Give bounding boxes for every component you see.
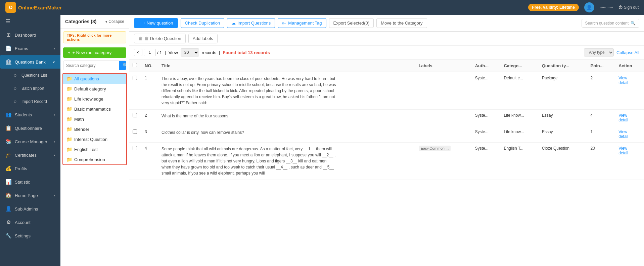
course-icon: 📚 <box>5 139 11 145</box>
row3-no: 3 <box>141 126 158 143</box>
row4-points: 20 <box>587 143 615 180</box>
row4-title: Some people think that all wild animals … <box>158 143 415 180</box>
free-badge: Free, Validity: Lifetime <box>528 4 579 11</box>
management-tag-button[interactable]: 🏷 Management Tag <box>278 18 326 28</box>
row2-title: What is the name of the four seasons <box>158 110 415 126</box>
cat-item-math[interactable]: 📁 Math <box>63 114 126 124</box>
sidebar-item-settings[interactable]: 🔧 Settings <box>0 229 60 242</box>
sidebar-item-questionnaire[interactable]: 📋 Questionnaire <box>0 121 60 135</box>
sidebar-label-questionnaire: Questionnaire <box>15 126 42 131</box>
sidebar-item-profits[interactable]: 💰 Profits <box>0 162 60 175</box>
collapse-all-button[interactable]: Collapse All <box>616 50 639 55</box>
sub-admins-icon: 👤 <box>5 206 11 212</box>
cat-item-interest[interactable]: 📁 Interest Question <box>63 134 126 144</box>
category-search: 🔍 <box>63 61 126 70</box>
move-to-category-label: Move to the Category <box>381 21 422 26</box>
row4-view-detail-button[interactable]: Viewdetail <box>618 146 628 155</box>
row4-title-text: Some people think that all wild animals … <box>162 146 336 176</box>
category-search-input[interactable] <box>63 62 119 70</box>
table-row: 1 There is a boy, over the years has bee… <box>129 72 644 110</box>
navbar-right: Free, Validity: Lifetime 👤 ············ … <box>528 2 639 12</box>
sidebar-item-exams[interactable]: 📄 Exams › <box>0 42 60 55</box>
folder-icon-basic-math: 📁 <box>66 106 72 112</box>
select-all-checkbox[interactable] <box>133 63 137 67</box>
plus-icon-btn: + <box>139 21 141 26</box>
cat-item-english[interactable]: 📁 English Test <box>63 144 126 154</box>
check-dup-label: Check Duplication <box>185 21 220 26</box>
brand-name: OnlineExamMaker <box>18 5 62 10</box>
sidebar-label-exams: Exams <box>15 46 28 51</box>
sidebar-item-course-manager[interactable]: 📚 Course Manager › <box>0 135 60 148</box>
new-question-button[interactable]: + + New question <box>134 18 178 28</box>
separator1: | <box>165 50 166 55</box>
tag-icon: 🏷 <box>282 21 286 26</box>
cat-item-blender[interactable]: 📁 Blender <box>63 124 126 134</box>
row3-view-detail-button[interactable]: Viewdetail <box>618 129 628 139</box>
import-questions-button[interactable]: ☁ Import Questions <box>227 18 275 28</box>
view-select[interactable]: 30 50 100 <box>181 48 199 56</box>
row4-checkbox[interactable] <box>133 146 137 150</box>
delete-question-button[interactable]: 🗑 🗑 Delete Question <box>134 34 186 43</box>
row3-checkbox[interactable] <box>133 129 137 134</box>
new-root-category-button[interactable]: + + New root category <box>63 47 126 58</box>
row1-view-detail-button[interactable]: Viewdetail <box>618 76 628 85</box>
sidebar-item-dashboard[interactable]: ⊞ Dashboard <box>0 28 60 42</box>
cat-item-comprehension[interactable]: 📁 Comprehension <box>63 154 126 164</box>
row2-checkbox[interactable] <box>133 113 137 117</box>
sign-out-button[interactable]: ⏻ Sign out <box>618 5 639 10</box>
sidebar-item-sub-admins[interactable]: 👤 Sub Admins <box>0 202 60 216</box>
search-content-bar[interactable]: Search question content 🔍 <box>582 19 639 28</box>
search-placeholder-text: Search question content <box>585 21 629 26</box>
cat-item-default[interactable]: 📁 Default category <box>63 84 126 94</box>
category-search-button[interactable]: 🔍 <box>119 61 126 70</box>
cat-label-comprehension: Comprehension <box>74 157 105 162</box>
sidebar-label-batch-import: Batch Import <box>21 86 44 91</box>
sidebar-item-batch-import[interactable]: ○ Batch Import <box>0 82 60 95</box>
type-filter-select[interactable]: Any type <box>584 48 614 56</box>
row4-category: English T... <box>500 143 538 180</box>
cat-item-basic-math[interactable]: 📁 Basic mathematics <box>63 104 126 114</box>
sidebar-item-statistic[interactable]: 📊 Statistic <box>0 175 60 189</box>
hamburger-icon[interactable]: ☰ <box>5 18 10 24</box>
export-selected-button[interactable]: Export Selected(0) <box>329 18 374 28</box>
settings-icon: 🔧 <box>5 233 11 239</box>
folder-icon-math: 📁 <box>66 116 72 122</box>
found-count: 13 <box>248 50 254 55</box>
sidebar-item-questions-list[interactable]: ○ Questions List <box>0 69 60 82</box>
sidebar-label-import-record: Import Record <box>21 99 47 104</box>
collapse-button[interactable]: ◂ Collapse <box>105 19 124 24</box>
check-duplication-button[interactable]: Check Duplication <box>181 18 225 28</box>
add-labels-button[interactable]: Add labels <box>188 34 218 43</box>
row1-checkbox[interactable] <box>133 76 137 80</box>
questions-bank-arrow-icon: ∨ <box>52 60 55 64</box>
move-to-category-button[interactable]: Move to the Category <box>376 18 427 28</box>
sidebar-label-account: Account <box>15 220 31 225</box>
import-questions-label: Import Questions <box>237 21 271 26</box>
collapse-arrow-icon: ◂ <box>105 19 107 24</box>
cat-item-life[interactable]: 📁 Life knowledge <box>63 94 126 104</box>
row1-type: Package <box>539 72 587 110</box>
row3-check <box>129 126 141 143</box>
row2-view-detail-button[interactable]: Viewdetail <box>618 113 628 122</box>
sidebar-item-certificates[interactable]: 🎓 Certificates › <box>0 148 60 162</box>
cat-label-life: Life knowledge <box>74 97 103 102</box>
row3-type: Essay <box>539 126 587 143</box>
circle-icon2: ○ <box>12 85 18 91</box>
brand-logo: O OnlineExamMaker <box>5 2 62 13</box>
sidebar-item-import-record[interactable]: ○ Import Record <box>0 95 60 108</box>
sidebar-item-account[interactable]: ⚙ Account <box>0 216 60 229</box>
hamburger-menu[interactable]: ☰ <box>0 15 60 28</box>
questionnaire-icon: 📋 <box>5 125 11 131</box>
circle-icon: ○ <box>12 72 18 78</box>
row4-check <box>129 143 141 180</box>
sidebar-item-students[interactable]: 👥 Students › <box>0 108 60 121</box>
cat-item-all[interactable]: 📁 All questions <box>63 74 126 84</box>
prev-page-button[interactable]: < <box>134 49 142 56</box>
table-row: 4 Some people think that all wild animal… <box>129 143 644 180</box>
sidebar-item-questions-bank[interactable]: 🏦 Questions Bank ∨ <box>0 55 60 69</box>
total-pages: / 1 <box>157 50 162 55</box>
page-input[interactable] <box>144 49 156 56</box>
sidebar-label-certificates: Certificates <box>15 153 37 158</box>
sidebar-label-students: Students <box>15 112 32 117</box>
sidebar-item-home-page[interactable]: 🏠 Home Page › <box>0 189 60 202</box>
